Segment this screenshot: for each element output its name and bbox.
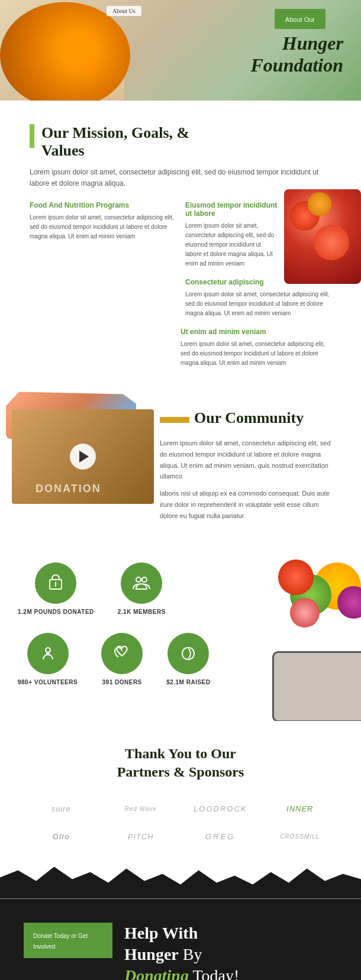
community-accent — [160, 417, 189, 423]
sponsor-8: CROSSMILL — [263, 827, 338, 846]
stats-row-1: 1.2M POUNDS DONATED 2.1K MEMBERS — [18, 562, 343, 615]
donate-green-label: Donate Today or Get Involved — [33, 933, 88, 950]
mission-col4-title: Ut enim ad minim veniam — [180, 328, 331, 336]
hero-title-line3: Foundation — [250, 54, 343, 76]
mission-col2-text: Lorem ipsum dolor sit amet, consectetur … — [185, 221, 278, 269]
stat-donated-label: 1.2M POUNDS DONATED — [18, 609, 94, 615]
hero-title-line2: Hunger — [250, 33, 343, 54]
donate-title-1: Help With — [124, 924, 198, 942]
sponsors-title: Thank You to Our Partners & Sponsors — [24, 745, 337, 781]
breadcrumb: About Us — [107, 6, 141, 16]
sponsor-6: PITCH — [104, 827, 179, 846]
mission-section: Our Mission, Goals, & Values Lorem ipsum… — [0, 101, 361, 386]
hero-label-box: About Our — [275, 9, 325, 29]
community-text2: laboris nisi ut aliquip ex ea commodo co… — [160, 488, 337, 521]
donate-title-5: Today! — [189, 966, 239, 980]
stat-donated: 1.2M POUNDS DONATED — [18, 562, 94, 615]
sponsors-grid: suire Red Wave LOODROCK INNER Olio PITCH… — [24, 800, 337, 846]
stat-raised: $2.1M RAISED — [166, 633, 210, 685]
community-title: Our Community — [194, 409, 304, 427]
mission-col-4: Ut enim ad minim veniam Lorem ipsum dolo… — [180, 328, 331, 368]
hero-title: Hunger Foundation — [250, 33, 343, 76]
sponsor-5: Olio — [24, 827, 99, 846]
stat-circle-volunteers — [27, 633, 69, 674]
mission-title: Our Mission, Goals, & Values — [41, 124, 331, 160]
community-left: DONATION — [0, 397, 154, 527]
mission-col-3-spacer — [30, 278, 176, 318]
stat-members: 2.1K MEMBERS — [118, 562, 166, 615]
torn-paper-bottom — [0, 863, 361, 899]
donate-right: Help With Hunger By Donating Today! f t … — [124, 923, 337, 980]
hero-label: About Our — [285, 16, 315, 23]
mission-col1-title: Food And Nutrition Programs — [30, 201, 176, 209]
stat-members-label: 2.1K MEMBERS — [118, 609, 166, 615]
donate-section: Donate Today or Get Involved Help With H… — [0, 899, 361, 980]
stat-doners-label: 391 DONERS — [102, 679, 142, 685]
mission-col3-text: Lorem ipsum dolor sit amet, consectetur … — [185, 290, 331, 318]
svg-point-3 — [142, 577, 147, 582]
svg-point-2 — [136, 577, 141, 582]
stat-doners: 391 DONERS — [101, 633, 143, 685]
stat-circle-donated — [35, 562, 76, 604]
stat-circle-raised — [167, 633, 209, 674]
stats-section: 1.2M POUNDS DONATED 2.1K MEMBERS — [0, 545, 361, 721]
donate-title-2: Hunger — [124, 945, 179, 963]
sponsor-2: Red Wave — [104, 800, 179, 818]
mission-col-1: Food And Nutrition Programs Lorem ipsum … — [30, 201, 176, 269]
mission-col-2: Eiusmod tempor incididunt ut labore Lore… — [185, 201, 278, 269]
stat-raised-label: $2.1M RAISED — [166, 679, 210, 685]
stat-volunteers: 980+ VOLUNTEERS — [18, 633, 78, 685]
hero-section: About Us About Our Hunger Foundation — [0, 0, 361, 101]
play-button[interactable] — [70, 444, 96, 470]
community-right: Our Community Lorem ipsum dolor sit amet… — [154, 397, 361, 527]
sponsor-3: LOODROCK — [183, 800, 258, 818]
mission-col4-text: Lorem ipsum dolor sit amet, consectetur … — [180, 339, 331, 368]
donate-title-3: By — [179, 945, 202, 963]
mission-description: Lorem ipsum dolor sit amet, consectetur … — [30, 167, 331, 189]
sponsor-4: INNER — [263, 800, 338, 818]
stat-circle-members — [121, 562, 162, 604]
sponsors-section: Thank You to Our Partners & Sponsors sui… — [0, 721, 361, 863]
donation-image: DONATION — [12, 409, 154, 504]
stat-volunteers-label: 980+ VOLUNTEERS — [18, 679, 78, 685]
donate-title: Help With Hunger By Donating Today! — [124, 923, 337, 980]
mission-col-3: Consectetur adipiscing Lorem ipsum dolor… — [185, 278, 331, 318]
donate-green-box: Donate Today or Get Involved — [24, 923, 112, 958]
community-section: DONATION Our Community Lorem ipsum dolor… — [0, 386, 361, 545]
donate-title-4: Donating — [124, 966, 189, 980]
mission-col2-title: Eiusmod tempor incididunt ut labore — [185, 201, 278, 218]
stats-row-2: 980+ VOLUNTEERS 391 DONERS — [18, 633, 343, 685]
sponsor-7: GREG — [183, 827, 258, 846]
stat-circle-doners — [101, 633, 143, 674]
mission-accent — [30, 124, 34, 148]
donate-inner: Donate Today or Get Involved Help With H… — [24, 923, 337, 980]
mission-row2: Consectetur adipiscing Lorem ipsum dolor… — [30, 278, 331, 368]
mission-col1-text: Lorem ipsum dolor sit amet, consectetur … — [30, 213, 176, 241]
sponsor-1: suire — [24, 800, 99, 818]
community-text1: Lorem ipsum dolor sit amet, consectetur … — [160, 438, 337, 482]
svg-point-4 — [47, 652, 49, 655]
donation-label: DONATION — [36, 483, 101, 495]
